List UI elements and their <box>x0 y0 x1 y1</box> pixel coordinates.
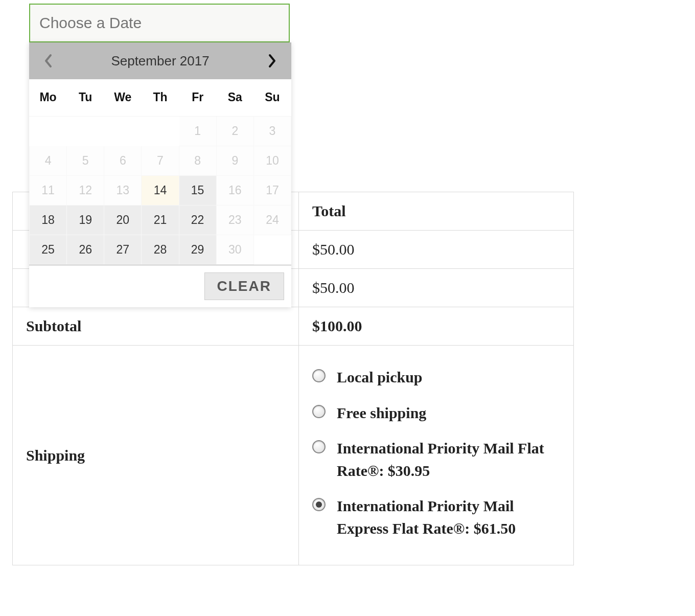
calendar-day: 5 <box>67 146 104 175</box>
chevron-right-icon <box>267 54 277 68</box>
calendar-day: 4 <box>30 146 67 175</box>
calendar-day[interactable]: 27 <box>104 235 142 264</box>
calendar-day: 16 <box>216 175 253 205</box>
calendar-day: 2 <box>216 116 253 146</box>
shipping-option-label: Free shipping <box>337 402 560 424</box>
calendar-day <box>30 116 67 146</box>
calendar-day[interactable]: 25 <box>30 235 67 264</box>
calendar-day: 9 <box>216 146 253 175</box>
next-month-button[interactable] <box>262 51 282 71</box>
shipping-row: Shipping Local pickupFree shippingIntern… <box>13 346 574 565</box>
datepicker-table: MoTuWeThFrSaSu 1234567891011121314151617… <box>29 79 291 265</box>
shipping-option-label: Local pickup <box>337 366 560 389</box>
subtotal-label: Subtotal <box>13 307 299 346</box>
radio-button[interactable] <box>312 369 326 382</box>
shipping-option-label: International Priority Mail Flat Rate®: … <box>337 437 560 482</box>
datepicker-popup: September 2017 MoTuWeThFrSaSu 1234567891… <box>29 42 291 307</box>
clear-button[interactable]: CLEAR <box>204 272 284 300</box>
table-header-total: Total <box>299 192 574 231</box>
calendar-day[interactable]: 29 <box>179 235 216 264</box>
shipping-option[interactable]: Local pickup <box>312 366 560 389</box>
radio-button[interactable] <box>312 440 326 453</box>
date-input[interactable] <box>29 4 290 42</box>
calendar-day: 8 <box>179 146 216 175</box>
weekday-header: We <box>104 79 142 116</box>
weekday-header: Sa <box>216 79 253 116</box>
calendar-day[interactable]: 18 <box>30 205 67 235</box>
datepicker-header: September 2017 <box>29 42 291 79</box>
calendar-day: 10 <box>253 146 291 175</box>
calendar-day <box>104 116 142 146</box>
weekday-header: Tu <box>67 79 104 116</box>
calendar-day[interactable]: 22 <box>179 205 216 235</box>
shipping-option[interactable]: International Priority Mail Express Flat… <box>312 495 560 539</box>
calendar-day <box>253 235 291 264</box>
weekday-header: Th <box>142 79 179 116</box>
calendar-day[interactable]: 28 <box>142 235 179 264</box>
calendar-day <box>67 116 104 146</box>
calendar-day[interactable]: 15 <box>179 175 216 205</box>
subtotal-row: Subtotal $100.00 <box>13 307 574 346</box>
subtotal-value: $100.00 <box>299 307 574 346</box>
calendar-day: 7 <box>142 146 179 175</box>
weekday-header: Fr <box>179 79 216 116</box>
radio-button[interactable] <box>312 498 326 511</box>
calendar-day: 13 <box>104 175 142 205</box>
calendar-day: 11 <box>30 175 67 205</box>
radio-button[interactable] <box>312 405 326 418</box>
calendar-day: 3 <box>253 116 291 146</box>
weekday-header: Mo <box>30 79 67 116</box>
row-value: $50.00 <box>299 269 574 307</box>
calendar-day: 30 <box>216 235 253 264</box>
shipping-option-label: International Priority Mail Express Flat… <box>337 495 560 539</box>
calendar-day: 12 <box>67 175 104 205</box>
calendar-day[interactable]: 14 <box>142 175 179 205</box>
calendar-day[interactable]: 20 <box>104 205 142 235</box>
shipping-label: Shipping <box>13 346 299 565</box>
shipping-option[interactable]: International Priority Mail Flat Rate®: … <box>312 437 560 482</box>
calendar-day: 6 <box>104 146 142 175</box>
datepicker-title: September 2017 <box>111 53 209 69</box>
calendar-day: 23 <box>216 205 253 235</box>
calendar-day <box>142 116 179 146</box>
chevron-left-icon <box>43 54 54 68</box>
calendar-day: 17 <box>253 175 291 205</box>
calendar-day[interactable]: 19 <box>67 205 104 235</box>
calendar-day[interactable]: 21 <box>142 205 179 235</box>
datepicker-footer: CLEAR <box>29 265 291 307</box>
calendar-day: 1 <box>179 116 216 146</box>
calendar-day: 24 <box>253 205 291 235</box>
shipping-option[interactable]: Free shipping <box>312 402 560 424</box>
shipping-options-cell: Local pickupFree shippingInternational P… <box>299 346 574 565</box>
prev-month-button[interactable] <box>38 51 59 71</box>
calendar-day[interactable]: 26 <box>67 235 104 264</box>
weekday-header: Su <box>253 79 291 116</box>
row-value: $50.00 <box>299 231 574 269</box>
